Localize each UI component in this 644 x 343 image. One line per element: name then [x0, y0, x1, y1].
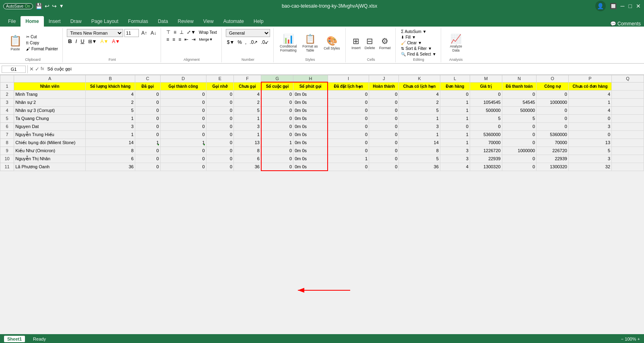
- cell-d5[interactable]: 0: [160, 114, 206, 122]
- cell-g8[interactable]: 1: [261, 138, 293, 147]
- percent-button[interactable]: %: [236, 39, 243, 45]
- cell-i11[interactable]: 0: [328, 163, 369, 171]
- cell-b10[interactable]: 6: [86, 155, 135, 163]
- col-header-n[interactable]: N: [502, 75, 536, 83]
- cell-o4[interactable]: 0: [537, 106, 569, 114]
- cell-a8[interactable]: Chiếc bụng đói (Milient Stone): [14, 138, 86, 147]
- align-right-button[interactable]: ≡: [177, 36, 182, 43]
- cell-k9[interactable]: 8: [399, 147, 440, 155]
- cell-e5[interactable]: 0: [206, 114, 233, 122]
- cell-i8[interactable]: 0: [328, 138, 369, 147]
- col-header-d[interactable]: D: [160, 75, 206, 83]
- zoom-in-icon[interactable]: +: [638, 337, 640, 341]
- col-header-f[interactable]: F: [234, 75, 261, 83]
- row-header-4[interactable]: 4: [0, 106, 14, 114]
- cell-g6[interactable]: 0: [261, 122, 293, 130]
- cell-c10[interactable]: 0: [135, 155, 160, 163]
- cell-d8[interactable]: 1▼: [160, 138, 206, 147]
- cell-l5[interactable]: 1: [440, 114, 470, 122]
- cell-b6[interactable]: 3: [86, 122, 135, 130]
- cell-o7[interactable]: 5360000: [537, 130, 569, 138]
- ribbon-display-icon[interactable]: 🔲: [610, 3, 617, 9]
- align-left-button[interactable]: ≡: [165, 36, 170, 43]
- cell-h7[interactable]: 0m 0s: [293, 130, 328, 138]
- row-header-5[interactable]: 5: [0, 114, 14, 122]
- cell-b8[interactable]: 14: [86, 138, 135, 147]
- cell-n8[interactable]: 0: [502, 138, 536, 147]
- cell-p6[interactable]: 3: [568, 122, 611, 130]
- cell-m5[interactable]: 5: [470, 114, 502, 122]
- font-decrease-button[interactable]: A↓: [149, 30, 157, 36]
- cell-e1[interactable]: Gọi nhớ: [206, 82, 233, 90]
- col-header-p[interactable]: P: [568, 75, 611, 83]
- align-middle-button[interactable]: ≡: [172, 29, 178, 35]
- tab-data[interactable]: Data: [153, 16, 173, 27]
- cell-g1[interactable]: Số cuộc gọi: [261, 82, 293, 90]
- cell-n11[interactable]: 0: [502, 163, 536, 171]
- cell-n2[interactable]: 0: [502, 90, 536, 98]
- decrease-decimal-button[interactable]: .0↙: [260, 39, 270, 45]
- cell-n7[interactable]: 0: [502, 130, 536, 138]
- cell-k11[interactable]: 36: [399, 163, 440, 171]
- cell-a10[interactable]: Nguyễn Thị Nhân: [14, 155, 86, 163]
- row-header-9[interactable]: 9: [0, 147, 14, 155]
- cell-a9[interactable]: Kiều Như (Omicron): [14, 147, 86, 155]
- col-header-h[interactable]: H: [293, 75, 328, 83]
- cell-a11[interactable]: Lã Phương Oanh: [14, 163, 86, 171]
- cell-p3[interactable]: 1: [568, 98, 611, 106]
- cell-l10[interactable]: 3: [440, 155, 470, 163]
- cell-o3[interactable]: 1000000: [537, 98, 569, 106]
- merge-center-button[interactable]: Merge▼: [198, 37, 214, 42]
- cell-i9[interactable]: 0: [328, 147, 369, 155]
- cell-m2[interactable]: 0: [470, 90, 502, 98]
- cell-m9[interactable]: 1226720: [470, 147, 502, 155]
- cell-d10[interactable]: 0: [160, 155, 206, 163]
- cell-k2[interactable]: 4: [399, 90, 440, 98]
- cell-p9[interactable]: 5: [568, 147, 611, 155]
- tab-draw[interactable]: Draw: [66, 16, 87, 27]
- cell-k3[interactable]: 2: [399, 98, 440, 106]
- col-header-o[interactable]: O: [537, 75, 569, 83]
- cell-j10[interactable]: 0: [369, 155, 399, 163]
- col-header-c[interactable]: C: [135, 75, 160, 83]
- row-header-2[interactable]: 2: [0, 90, 14, 98]
- cell-c2[interactable]: 0: [135, 90, 160, 98]
- format-painter-button[interactable]: 🖌 Format Painter: [25, 46, 59, 52]
- cell-h6[interactable]: 0m 0s: [293, 122, 328, 130]
- cell-n6[interactable]: 0: [502, 122, 536, 130]
- cell-e10[interactable]: 0: [206, 155, 233, 163]
- cell-g2[interactable]: 0: [261, 90, 293, 98]
- font-name-select[interactable]: Times New Roman: [67, 29, 123, 37]
- cell-o11[interactable]: 1300320: [537, 163, 569, 171]
- bold-button[interactable]: B: [67, 38, 73, 45]
- comma-button[interactable]: ,: [244, 39, 248, 45]
- sheet-tab[interactable]: Sheet1: [4, 336, 25, 342]
- cell-e11[interactable]: 0: [206, 163, 233, 171]
- cell-j5[interactable]: 0: [369, 114, 399, 122]
- cell-j9[interactable]: 0: [369, 147, 399, 155]
- cell-b7[interactable]: 1: [86, 130, 135, 138]
- cell-a4[interactable]: Nhân sự 3 (Corrupt): [14, 106, 86, 114]
- tab-review[interactable]: Review: [173, 16, 198, 27]
- accounting-button[interactable]: $▼: [226, 39, 236, 45]
- cell-q8[interactable]: [612, 138, 644, 147]
- row-header-7[interactable]: 7: [0, 130, 14, 138]
- cell-m10[interactable]: 22939: [470, 155, 502, 163]
- cell-i10[interactable]: 1: [328, 155, 369, 163]
- col-header-l[interactable]: L: [440, 75, 470, 83]
- close-icon[interactable]: ✕: [636, 3, 641, 9]
- cell-a6[interactable]: Nguyen Dat: [14, 122, 86, 130]
- tab-page-layout[interactable]: Page Layout: [87, 16, 123, 27]
- cell-l7[interactable]: 1: [440, 130, 470, 138]
- cell-f2[interactable]: 4: [234, 90, 261, 98]
- cell-j2[interactable]: 0: [369, 90, 399, 98]
- tab-file[interactable]: File: [3, 16, 21, 27]
- maximize-icon[interactable]: □: [629, 3, 632, 9]
- cell-f10[interactable]: 6: [234, 155, 261, 163]
- insert-cells-button[interactable]: ⊞ Insert: [350, 35, 362, 51]
- cell-o5[interactable]: 0: [537, 114, 569, 122]
- cell-g7[interactable]: 0: [261, 130, 293, 138]
- col-header-i[interactable]: I: [328, 75, 369, 83]
- autosum-button[interactable]: Σ AutoSum ▼: [400, 29, 427, 34]
- cell-l1[interactable]: Đơn hàng: [440, 82, 470, 90]
